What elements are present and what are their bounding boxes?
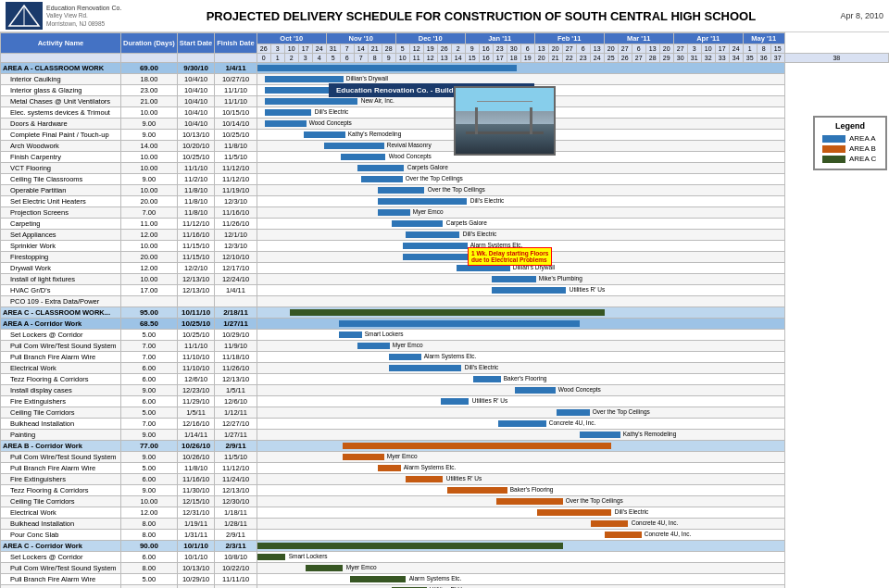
light-fixtures-bar-cell: Mike's Plumbing (257, 274, 784, 285)
row-fire-alarm-b: Pull Branch Fire Alarm Wire 5.00 11/8/10… (1, 463, 889, 474)
row-firestopping: Firestopping 20.00 11/15/10 12/10/10 Ala… (1, 252, 889, 263)
row-doors: Doors & Hardware 9.00 10/4/10 10/14/10 W… (1, 119, 889, 130)
heaters-bar-cell: Dill's Electric (257, 196, 784, 207)
delay-line1: 1 Wk. Delay starting Floors (471, 250, 548, 256)
row-operable: Operable Partitian 10.00 11/8/10 11/19/1… (1, 185, 889, 196)
area-c-corridor-header: AREA C - Corridor Work 90.00 10/1/10 2/3… (1, 541, 889, 552)
row-fire-alarm-a: Pull Branch Fire Alarm Wire 7.00 11/10/1… (1, 352, 889, 363)
projection-bar-cell: Myer Emco (257, 207, 784, 219)
area-b-corridor-header: AREA B - Corridor Work 77.00 10/26/10 2/… (1, 441, 889, 452)
construction-photo (454, 86, 556, 156)
pour-conc-bar-cell: Concrete 4U, Inc. (257, 530, 784, 541)
row-elec-a: Electrical Work 6.00 11/10/10 11/26/10 D… (1, 363, 889, 374)
legend-color-c (822, 156, 845, 163)
row-metal-chases: Metal Chases @ Unit Ventilators 21.00 10… (1, 96, 889, 107)
row-final-paint: Complete Final Paint / Touch-up 9.00 10/… (1, 130, 889, 141)
row-display-cases: Install display cases 9.00 12/23/10 1/5/… (1, 385, 889, 396)
feb-header: Feb '11 (534, 33, 604, 44)
row-fire-alarm-c: Pull Branch Fire Alarm Wire 5.00 10/29/1… (1, 574, 889, 585)
pull-com-c-bar-cell: Myer Emco (257, 563, 784, 574)
row-projection: Projection Screens 7.00 11/8/10 11/16/10… (1, 207, 889, 219)
fire-alarm-b-bar-cell: Alarm Systems Etc. (257, 463, 784, 474)
legend-title: Legend (822, 121, 878, 131)
finish-col-header: Finish Date (215, 33, 257, 54)
row-tezz-b: Tezz Flooring & Corridors 9.00 11/30/10 … (1, 485, 889, 496)
row-pull-com-a: Pull Com Wire/Test Sound System 7.00 11/… (1, 341, 889, 352)
chip-ardex-bar-cell: Utilities R' Us (257, 585, 784, 589)
delay-line2: due to Electrical Problems (471, 256, 548, 263)
duration-col-header: Duration (Days) (121, 33, 178, 54)
page-header: Education Renovation Co. Valley View Rd.… (0, 0, 889, 32)
set-lockers-c-bar-cell: Smart Lockers (257, 552, 784, 563)
ceiling-corridors-a-bar-cell: Over the Top Ceilings (257, 407, 784, 419)
ceiling-corridors-b-bar-cell: Over the Top Ceilings (257, 496, 784, 507)
area-a-classroom-bar-cell (257, 63, 784, 74)
area-a-corridor-bar-cell (257, 319, 784, 330)
row-arch-woodwork: Arch Woodwork 14.00 10/20/10 11/8/10 Rev… (1, 141, 889, 152)
row-elec-systems: Elec. systems devices & Trimout 10.00 10… (1, 107, 889, 119)
legend-label-a: AREA A (849, 134, 875, 143)
row-ceiling-corridors-a: Ceiling Tile Corridors 5.00 1/5/11 1/12/… (1, 407, 889, 419)
nov-header: Nov '10 (326, 33, 395, 44)
painting-a-bar-cell: Kathy's Remodeling (257, 430, 784, 441)
area-c-classroom-bar-cell (257, 307, 784, 319)
row-carpeting: Carpeting 11.00 11/12/10 11/26/10 Carpet… (1, 219, 889, 230)
ceiling-tile-bar-cell: Over the Top Ceilings (257, 174, 784, 185)
company-logo (6, 2, 43, 30)
oct-header: Oct '10 (257, 33, 326, 44)
row-ceiling-tile: Ceiling Tile Classrooms 9.00 11/2/10 11/… (1, 174, 889, 185)
area-a-corridor-header: AREA A - Corridor Work 68.50 10/25/10 1/… (1, 319, 889, 330)
row-pull-com-c: Pull Com Wire/Test Sound System 8.00 10/… (1, 563, 889, 574)
fire-alarm-c-bar-cell: Alarm Systems Etc. (257, 574, 784, 585)
company-name: Education Renovation Co. Valley View Rd.… (46, 4, 121, 28)
row-pco109: PCO 109 - Extra Data/Power (1, 296, 889, 307)
legend-label-c: AREA C (849, 155, 876, 163)
apr-header: Apr '11 (673, 33, 743, 44)
schedule-table: Activity Name Duration (Days) Start Date… (0, 32, 889, 588)
row-pour-conc: Pour Conc Slab 8.00 1/31/11 2/9/11 Concr… (1, 530, 889, 541)
row-vct-flooring: VCT Flooring 10.00 11/1/10 11/12/10 Carp… (1, 163, 889, 174)
row-set-lockers-a: Set Lockers @ Corridor 5.00 10/25/10 10/… (1, 330, 889, 341)
row-appliances: Set Appliances 12.00 11/16/10 12/1/10 Di… (1, 230, 889, 241)
row-elec-b: Electrical Work 12.00 12/31/10 1/18/11 D… (1, 507, 889, 519)
dec-header: Dec '10 (395, 33, 465, 44)
legend-color-a (822, 135, 845, 143)
legend-label-b: AREA B (849, 144, 876, 153)
row-painting-a: Painting 9.00 1/14/11 1/27/11 Kathy's Re… (1, 430, 889, 441)
bulkhead-a-bar-cell: Concrete 4U, Inc. (257, 419, 784, 430)
row-elec-heaters: Set Electric Unit Heaters 20.00 11/8/10 … (1, 196, 889, 207)
activity-col-header: Activity Name (1, 33, 121, 54)
pull-com-a-bar-cell: Myer Emco (257, 341, 784, 352)
start-col-header: Start Date (177, 33, 214, 54)
vct-bar-cell: Carpets Galore (257, 163, 784, 174)
pull-com-b-bar-cell: Myer Emco (257, 452, 784, 463)
row-bulkhead-a: Bulkhead Installation 7.00 12/16/10 12/2… (1, 419, 889, 430)
row-chip-ardex: Chip Old Ardex for New Ardex Inst. 6.00 … (1, 585, 889, 589)
fire-ext-a-bar-cell: Utilities R' Us (257, 396, 784, 407)
bulkhead-b-bar-cell: Concrete 4U, Inc. (257, 519, 784, 530)
legend-area-c: AREA C (822, 155, 878, 163)
set-lockers-a-bar-cell: Smart Lockers (257, 330, 784, 341)
may-header: May '11 (743, 33, 784, 44)
area-b-corridor-bar-cell (257, 441, 784, 452)
page-title: PROJECTED DELIVERY SCHEDULE FOR CONSTRUC… (121, 9, 840, 23)
tezz-a-bar-cell: Baker's Flooring (257, 374, 784, 385)
elec-b-bar-cell: Dill's Electric (257, 507, 784, 519)
jan-header: Jan '11 (465, 33, 534, 44)
tezz-b-bar-cell: Baker's Flooring (257, 485, 784, 496)
row-hvac: HVAC Gr/D's 17.00 12/13/10 1/4/11 Utilit… (1, 285, 889, 296)
area-c-classroom-header: AREA C - CLASSROOM WORK... 95.00 10/11/1… (1, 307, 889, 319)
area-a-classroom-header: AREA A - CLASSROOM WORK 69.00 9/30/10 1/… (1, 63, 889, 74)
row-sprinkler: Sprinkler Work 10.00 11/15/10 12/3/10 Al… (1, 241, 889, 252)
fire-alarm-a-bar-cell: Alarm Systems Etc. (257, 352, 784, 363)
row-fire-ext-b: Fire Extinguishers 6.00 11/16/10 11/24/1… (1, 474, 889, 485)
area-c-corridor-bar-cell (257, 541, 784, 552)
row-num-header: 01234 56789 1011121314 1516171819 202122… (1, 54, 889, 63)
logo-area: Education Renovation Co. Valley View Rd.… (6, 2, 121, 30)
legend-area-b: AREA B (822, 144, 878, 153)
hvac-bar-cell: Utilities R' Us (257, 285, 784, 296)
carpeting-bar-cell: Carpets Galore (257, 219, 784, 230)
legend-box: Legend AREA A AREA B AREA C (813, 116, 887, 170)
row-set-lockers-c: Set Lockers @ Corridor 6.00 10/1/10 10/8… (1, 552, 889, 563)
fire-ext-b-bar-cell: Utilities R' Us (257, 474, 784, 485)
